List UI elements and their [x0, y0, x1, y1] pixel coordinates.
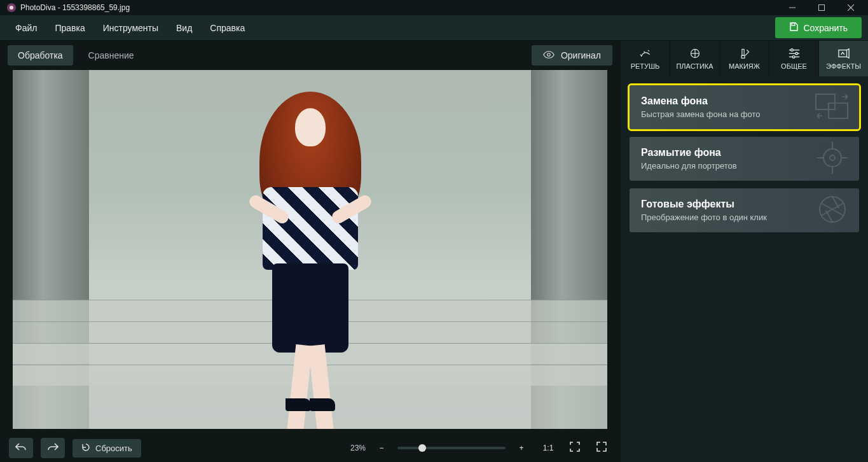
svg-point-22 [823, 149, 841, 167]
tab-makeup[interactable]: МАКИЯЖ [720, 41, 769, 76]
main-area: Обработка Сравнение Оригинал [0, 41, 868, 462]
menu-file[interactable]: Файл [6, 19, 46, 37]
mode-process-button[interactable]: Обработка [8, 45, 73, 66]
sliders-icon [788, 48, 801, 60]
tab-effects-label: ЭФФЕКТЫ [826, 62, 861, 70]
swap-icon [813, 90, 851, 125]
zoom-slider[interactable] [397, 447, 506, 449]
tab-effects[interactable]: ЭФФЕКТЫ [819, 41, 868, 76]
mode-compare-button[interactable]: Сравнение [78, 45, 144, 66]
effects-list: Замена фона Быстрая замена фона на фото … [621, 76, 868, 241]
svg-rect-6 [792, 23, 795, 25]
show-original-label: Оригинал [561, 50, 601, 60]
show-original-button[interactable]: Оригинал [532, 45, 612, 66]
svg-point-7 [548, 53, 551, 57]
effect-blur-background[interactable]: Размытие фона Идеально для портретов [630, 137, 859, 181]
effect-presets[interactable]: Готовые эффекты Преображение фото в один… [630, 188, 859, 232]
canvas-pane: Обработка Сравнение Оригинал [0, 41, 620, 462]
svg-point-18 [792, 55, 795, 58]
tab-makeup-label: МАКИЯЖ [729, 62, 760, 70]
canvas-holder [0, 70, 620, 434]
fit-screen-icon [570, 442, 580, 454]
focus-target-icon [813, 142, 851, 176]
canvas-toolbar: Обработка Сравнение Оригинал [0, 41, 620, 70]
menu-edit[interactable]: Правка [46, 19, 93, 37]
svg-rect-21 [829, 103, 848, 118]
retouch-icon [639, 48, 652, 60]
close-button[interactable] [836, 0, 865, 15]
svg-point-16 [790, 48, 793, 51]
menu-tools[interactable]: Инструменты [94, 19, 167, 37]
zoom-1to1-label: 1:1 [543, 444, 554, 452]
tab-plastic[interactable]: ПЛАСТИКА [670, 41, 720, 76]
tab-general[interactable]: ОБЩЕЕ [769, 41, 819, 76]
effects-icon [837, 48, 850, 60]
aperture-icon [813, 193, 851, 228]
save-icon [789, 22, 798, 33]
photo-preview [13, 70, 607, 429]
bottom-bar: Сбросить 23% − + 1:1 [0, 434, 620, 462]
redo-icon [47, 442, 59, 454]
zoom-out-button[interactable]: − [372, 439, 391, 457]
svg-rect-3 [819, 5, 825, 11]
svg-rect-20 [816, 94, 835, 109]
menu-help[interactable]: Справка [201, 19, 254, 37]
tab-general-label: ОБЩЕЕ [781, 62, 807, 70]
title-bar: PhotoDiva - 1553398865_59.jpg [0, 0, 868, 15]
save-button[interactable]: Сохранить [775, 17, 862, 38]
save-label: Сохранить [803, 23, 848, 33]
plastic-icon [689, 48, 701, 60]
reset-icon [81, 443, 90, 454]
zoom-1to1-button[interactable]: 1:1 [539, 439, 558, 457]
zoom-control: 23% − + [350, 439, 531, 457]
svg-rect-11 [741, 49, 743, 55]
undo-button[interactable] [9, 438, 33, 458]
effect-replace-background[interactable]: Замена фона Быстрая замена фона на фото [630, 85, 859, 129]
undo-icon [15, 442, 27, 454]
reset-label: Сбросить [95, 444, 132, 453]
fullscreen-button[interactable] [592, 439, 611, 457]
svg-rect-12 [741, 55, 745, 58]
menu-items: Файл Правка Инструменты Вид Справка [6, 19, 254, 37]
zoom-value: 23% [350, 444, 366, 452]
minimize-button[interactable] [778, 0, 807, 15]
svg-point-1 [10, 6, 13, 10]
tool-tab-row: РЕТУШЬ ПЛАСТИКА МАКИЯЖ ОБЩЕЕ ЭФФЕКТЫ [621, 41, 868, 76]
expand-icon [596, 442, 607, 454]
window-title: PhotoDiva - 1553398865_59.jpg [20, 3, 778, 12]
tab-retouch[interactable]: РЕТУШЬ [621, 41, 670, 76]
menu-view[interactable]: Вид [167, 19, 201, 37]
svg-point-17 [795, 52, 797, 55]
tab-retouch-label: РЕТУШЬ [631, 62, 660, 70]
svg-rect-19 [838, 50, 846, 57]
svg-point-23 [830, 155, 835, 160]
redo-button[interactable] [41, 438, 65, 458]
menu-bar: Файл Правка Инструменты Вид Справка Сохр… [0, 15, 868, 41]
window-controls [778, 0, 865, 15]
eye-icon [543, 50, 555, 60]
reset-button[interactable]: Сбросить [72, 439, 141, 458]
right-panel: РЕТУШЬ ПЛАСТИКА МАКИЯЖ ОБЩЕЕ ЭФФЕКТЫ Зам… [620, 41, 868, 462]
photo-frame[interactable] [13, 70, 607, 429]
fit-screen-button[interactable] [565, 439, 584, 457]
tab-plastic-label: ПЛАСТИКА [676, 62, 713, 70]
app-logo-icon [6, 3, 17, 13]
zoom-in-button[interactable]: + [512, 439, 531, 457]
maximize-button[interactable] [807, 0, 836, 15]
makeup-icon [738, 48, 751, 60]
